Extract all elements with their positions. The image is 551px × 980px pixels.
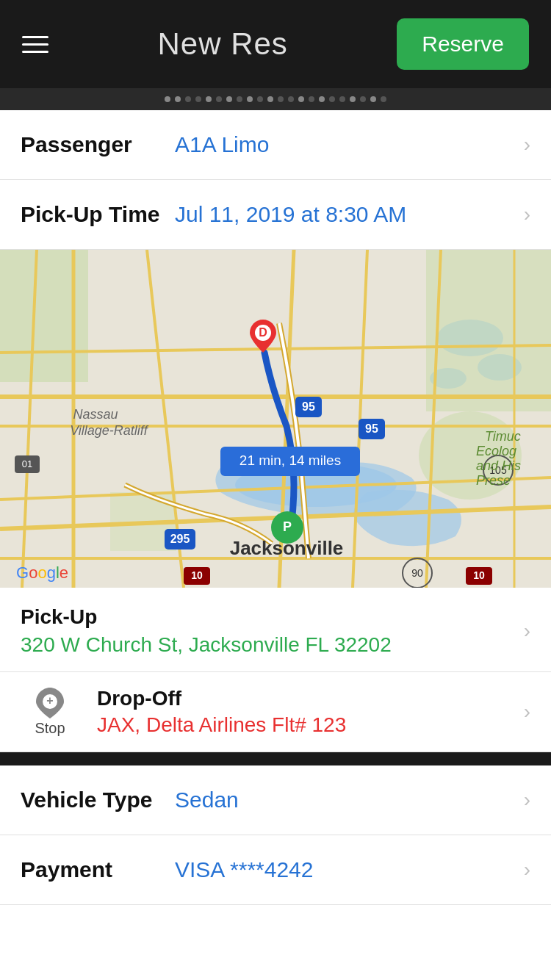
svg-text:Ecolog: Ecolog [476, 444, 516, 458]
svg-text:90: 90 [411, 567, 423, 579]
progress-dot [226, 96, 232, 102]
passenger-value: A1A Limo [175, 132, 516, 157]
progress-dot [257, 96, 263, 102]
vehicle-type-label: Vehicle Type [21, 788, 175, 813]
svg-text:and His: and His [476, 458, 521, 473]
progress-dot [175, 96, 181, 102]
progress-dot [319, 96, 325, 102]
header: New Res Reserve [0, 0, 551, 88]
svg-text:D: D [259, 326, 267, 339]
pickup-time-row[interactable]: Pick-Up Time Jul 11, 2019 at 8:30 AM › [0, 180, 551, 250]
bottom-section: Vehicle Type Sedan › Payment VISA ****42… [0, 765, 551, 905]
svg-text:Prese: Prese [476, 473, 511, 488]
svg-text:P: P [283, 519, 292, 534]
pickup-time-label: Pick-Up Time [21, 202, 175, 227]
svg-text:95: 95 [365, 422, 378, 435]
dropoff-label: Drop-Off [97, 687, 516, 710]
pickup-content: Pick-Up 320 W Church St, Jacksonville FL… [21, 605, 516, 657]
progress-dot [339, 96, 345, 102]
progress-dot [350, 96, 356, 102]
passenger-row[interactable]: Passenger A1A Limo › [0, 110, 551, 180]
passenger-label: Passenger [21, 132, 175, 157]
dropoff-content: Drop-Off JAX, Delta Airlines Flt# 123 [97, 687, 516, 737]
progress-dot [278, 96, 284, 102]
page-title: New Res [157, 26, 287, 62]
progress-dot [267, 96, 273, 102]
progress-dot [206, 96, 212, 102]
svg-text:295: 295 [170, 533, 190, 545]
pickup-row[interactable]: Pick-Up 320 W Church St, Jacksonville FL… [0, 588, 551, 672]
chevron-icon: › [524, 788, 530, 812]
svg-text:Google: Google [16, 563, 68, 582]
pickup-time-value: Jul 11, 2019 at 8:30 AM [175, 202, 516, 227]
section-divider [0, 752, 551, 765]
chevron-icon: › [524, 858, 530, 882]
svg-text:Village-Ratliff: Village-Ratliff [70, 423, 149, 438]
svg-text:Timuc: Timuc [485, 429, 521, 444]
menu-icon[interactable] [22, 36, 48, 53]
progress-dot [370, 96, 376, 102]
svg-text:+: + [46, 694, 53, 707]
progress-dot [381, 96, 386, 102]
chevron-icon: › [524, 619, 530, 643]
svg-text:01: 01 [22, 458, 32, 469]
payment-row[interactable]: Payment VISA ****4242 › [0, 835, 551, 905]
dropoff-row[interactable]: + Stop Drop-Off JAX, Delta Airlines Flt#… [0, 672, 551, 752]
progress-dot [165, 96, 170, 102]
progress-dot [185, 96, 191, 102]
svg-text:10: 10 [191, 569, 203, 581]
stop-icon-wrap: + Stop [21, 688, 79, 737]
progress-dot [237, 96, 242, 102]
progress-dot [298, 96, 304, 102]
progress-dot [288, 96, 294, 102]
svg-text:Nassau: Nassau [73, 407, 118, 422]
payment-label: Payment [21, 857, 175, 882]
progress-dot [216, 96, 222, 102]
pickup-label: Pick-Up [21, 605, 516, 629]
pickup-address: 320 W Church St, Jacksonville FL 32202 [21, 633, 516, 657]
dropoff-address: JAX, Delta Airlines Flt# 123 [97, 713, 516, 737]
stop-pin-icon: + [36, 688, 64, 718]
chevron-icon: › [524, 700, 530, 724]
progress-bar [0, 88, 551, 110]
progress-dot [309, 96, 314, 102]
chevron-icon: › [524, 133, 530, 156]
progress-dot [195, 96, 201, 102]
progress-dot [247, 96, 253, 102]
map-view[interactable]: 95 95 295 10 10 105 90 01 Nassau Village… [0, 250, 551, 588]
svg-text:10: 10 [473, 569, 485, 581]
reserve-button[interactable]: Reserve [397, 18, 529, 70]
vehicle-type-value: Sedan [175, 788, 516, 813]
vehicle-type-row[interactable]: Vehicle Type Sedan › [0, 765, 551, 835]
stop-label: Stop [35, 720, 65, 737]
chevron-icon: › [524, 203, 530, 226]
progress-dot [360, 96, 366, 102]
svg-rect-6 [426, 250, 551, 411]
progress-dot [329, 96, 335, 102]
svg-text:21 min, 14 miles: 21 min, 14 miles [240, 453, 341, 468]
svg-text:95: 95 [302, 400, 315, 413]
payment-value: VISA ****4242 [175, 857, 516, 882]
